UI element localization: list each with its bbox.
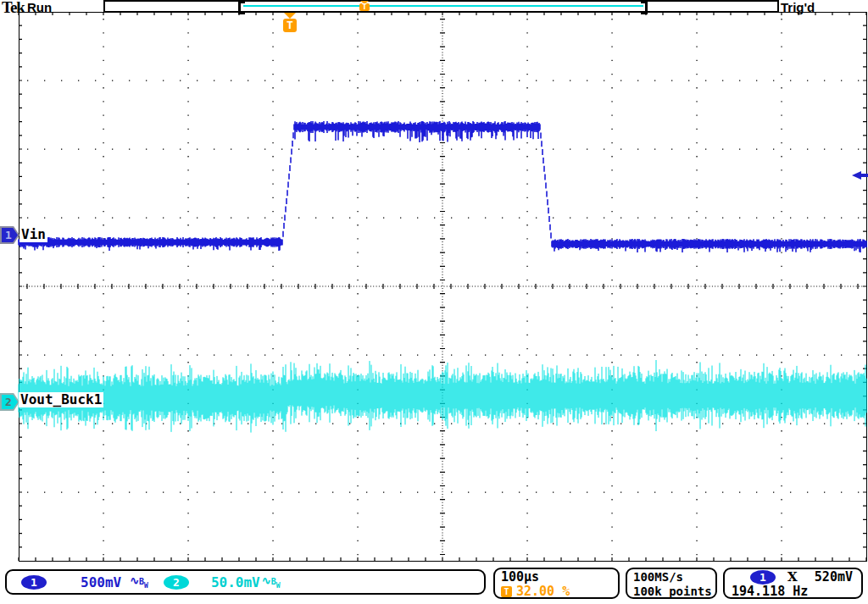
ch1-waveform-label: Vin <box>19 227 47 242</box>
trigger-position-marker: T <box>279 13 301 35</box>
waveform-display <box>0 0 868 604</box>
triangle-down-icon <box>284 13 296 19</box>
oscilloscope-screen: Tek Run Trig'd T T 1 2 Vin Vout_Buck1 1 … <box>0 0 868 604</box>
trigger-level-value: 520mV <box>815 570 853 585</box>
ch2-coupling-icon: ∿BW <box>262 574 281 590</box>
trigger-readout: 1 X 520mV 194.118 Hz <box>723 568 863 599</box>
trigger-t-icon: T <box>359 3 370 11</box>
ch2-ground-marker: 2 <box>0 393 19 411</box>
tek-logo: Tek <box>2 0 25 17</box>
trigger-status: Trig'd <box>781 0 815 14</box>
trigger-t-icon: T <box>501 586 512 597</box>
record-waveform-line <box>243 5 643 7</box>
trigger-t-icon: T <box>283 19 297 32</box>
ch1-ground-marker: 1 <box>0 226 19 244</box>
trigger-level-arrow-icon <box>852 171 868 180</box>
acquisition-readout: 100MS/s 100k points <box>626 568 717 599</box>
ch1-coupling-icon: ∿BW <box>130 574 148 590</box>
ch1-badge: 1 <box>21 575 47 590</box>
sample-rate-value: 100MS/s <box>633 570 715 585</box>
ch2-waveform-label: Vout_Buck1 <box>19 392 103 407</box>
trigger-position-row: T 32.00 % <box>501 585 618 599</box>
channel-scale-readout: 1 500mV ∿BW 2 50.0mV ∿BW <box>5 569 486 595</box>
ch2-scale: 50.0mV <box>211 574 260 590</box>
record-window-open-bracket <box>238 2 245 14</box>
record-trigger-position-icon: T <box>359 1 370 11</box>
timebase-value: 100µs <box>501 570 618 585</box>
acquisition-status: Run <box>27 0 52 14</box>
trigger-position-value: 32.00 % <box>516 585 570 599</box>
trigger-slope-icon: X <box>787 570 798 585</box>
ch2-badge: 2 <box>164 575 189 590</box>
horizontal-readout: 100µs T 32.00 % <box>493 568 620 599</box>
ch1-scale: 500mV <box>81 574 121 590</box>
record-length-value: 100k points <box>633 585 715 599</box>
graticule-grid <box>18 12 866 561</box>
trigger-frequency-value: 194.118 Hz <box>732 585 861 599</box>
record-view-bar: T <box>103 0 779 13</box>
trigger-source-badge: 1 <box>750 570 776 585</box>
record-window-close-bracket <box>641 2 648 14</box>
